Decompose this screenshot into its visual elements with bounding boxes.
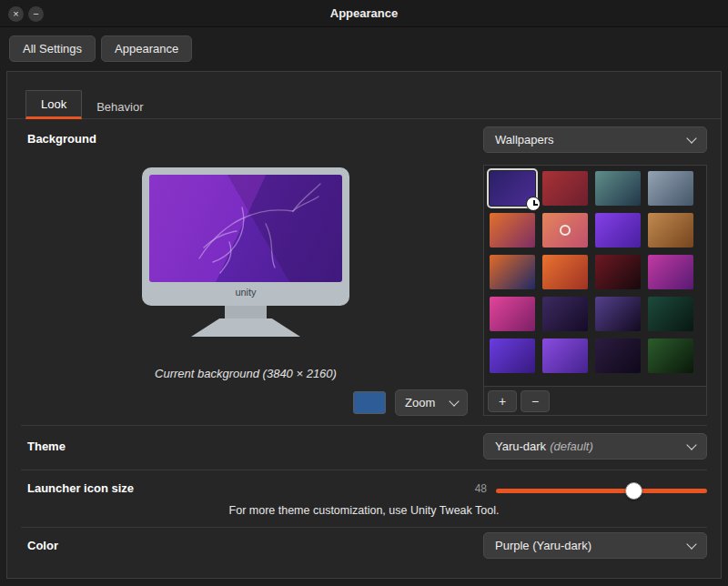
current-background-caption: Current background (3840 × 2160)	[82, 367, 410, 380]
wallpaper-thumbnail[interactable]	[542, 255, 588, 289]
wallpaper-grid	[484, 166, 706, 388]
wallpaper-thumbnail[interactable]	[595, 171, 641, 206]
chevron-down-icon	[686, 539, 696, 549]
close-icon: ×	[13, 8, 18, 19]
tab-behavior[interactable]: Behavior	[82, 94, 157, 119]
chevron-down-icon	[449, 396, 459, 406]
close-button[interactable]: ×	[8, 6, 24, 22]
window-titlebar: × − Appearance	[0, 0, 728, 27]
appearance-button[interactable]: Appearance	[101, 35, 192, 62]
wallpaper-thumbnail[interactable]	[490, 255, 535, 289]
theme-label: Theme	[27, 440, 66, 453]
icon-size-slider-handle[interactable]	[625, 482, 642, 500]
monitor-stand-base	[191, 318, 300, 337]
wallpaper-thumbnail[interactable]	[595, 338, 641, 373]
add-wallpaper-button[interactable]: +	[488, 390, 517, 412]
wallpaper-thumbnail[interactable]	[595, 255, 641, 289]
remove-wallpaper-button[interactable]: −	[521, 390, 550, 412]
clock-badge-icon	[526, 197, 541, 211]
wallpaper-thumbnail[interactable]	[542, 338, 588, 373]
monitor-brand-label: unity	[149, 282, 342, 298]
monitor-screen	[149, 175, 342, 282]
wallpaper-thumbnail[interactable]	[542, 297, 588, 331]
appearance-window: { "titlebar": { "title": "Appearance", "…	[0, 0, 728, 586]
minimize-icon: −	[33, 8, 38, 19]
separator	[21, 425, 707, 426]
separator	[21, 527, 707, 528]
wallpaper-thumbnail[interactable]	[490, 338, 535, 373]
wallpaper-thumbnail[interactable]	[595, 297, 641, 331]
color-label: Color	[27, 539, 58, 552]
wallpaper-thumbnail[interactable]	[595, 213, 641, 248]
monitor-preview: unity	[142, 167, 349, 306]
zoom-dropdown[interactable]: Zoom	[395, 389, 468, 416]
launcher-icon-size-label: Launcher icon size	[27, 481, 134, 495]
wallpaper-chooser: + −	[483, 165, 707, 416]
chevron-down-icon	[686, 133, 696, 143]
theme-default-suffix: (default)	[550, 440, 593, 453]
wallpaper-thumbnail[interactable]	[490, 171, 535, 206]
color-dropdown[interactable]: Purple (Yaru-dark)	[483, 532, 707, 559]
wallpaper-thumbnail[interactable]	[490, 297, 535, 331]
breadcrumb-toolbar: All Settings Appearance	[9, 35, 192, 62]
zoom-dropdown-value: Zoom	[405, 396, 435, 409]
tabs-row: Look Behavior	[7, 72, 721, 119]
separator	[21, 470, 707, 470]
wallpaper-toolbar: + −	[484, 386, 706, 415]
tab-look[interactable]: Look	[25, 90, 82, 119]
wallpaper-thumbnail[interactable]	[648, 213, 693, 248]
wallpaper-thumbnail[interactable]	[648, 255, 693, 289]
background-label: Background	[27, 132, 96, 146]
wallpaper-thumbnail[interactable]	[542, 213, 588, 248]
icon-size-slider[interactable]	[496, 489, 707, 493]
wallpaper-thumbnail[interactable]	[648, 338, 693, 373]
appearance-panel: Look Behavior Background Wallpapers	[6, 71, 722, 579]
wallpaper-thumbnail[interactable]	[648, 297, 693, 331]
chevron-down-icon	[686, 440, 696, 450]
icon-size-value: 48	[458, 482, 487, 495]
wallpaper-thumbnail[interactable]	[490, 213, 535, 248]
wallpapers-dropdown-value: Wallpapers	[495, 133, 554, 146]
wallpapers-dropdown[interactable]: Wallpapers	[483, 126, 707, 153]
minimize-button[interactable]: −	[28, 6, 44, 22]
color-swatch[interactable]	[353, 391, 386, 414]
wallpaper-thumbnail[interactable]	[648, 171, 693, 206]
theme-dropdown-value: Yaru-dark(default)	[495, 440, 593, 453]
window-title: Appearance	[330, 6, 398, 20]
wallpaper-thumbnail[interactable]	[542, 171, 588, 206]
color-dropdown-value: Purple (Yaru-dark)	[495, 539, 592, 552]
monitor-stand-neck	[225, 306, 267, 318]
theme-dropdown[interactable]: Yaru-dark(default)	[483, 433, 707, 460]
logo-ring-icon	[560, 225, 571, 236]
all-settings-button[interactable]: All Settings	[9, 35, 96, 62]
tweak-tool-note: For more theme customization, use Unity …	[7, 504, 721, 517]
screen-shade	[149, 175, 342, 282]
